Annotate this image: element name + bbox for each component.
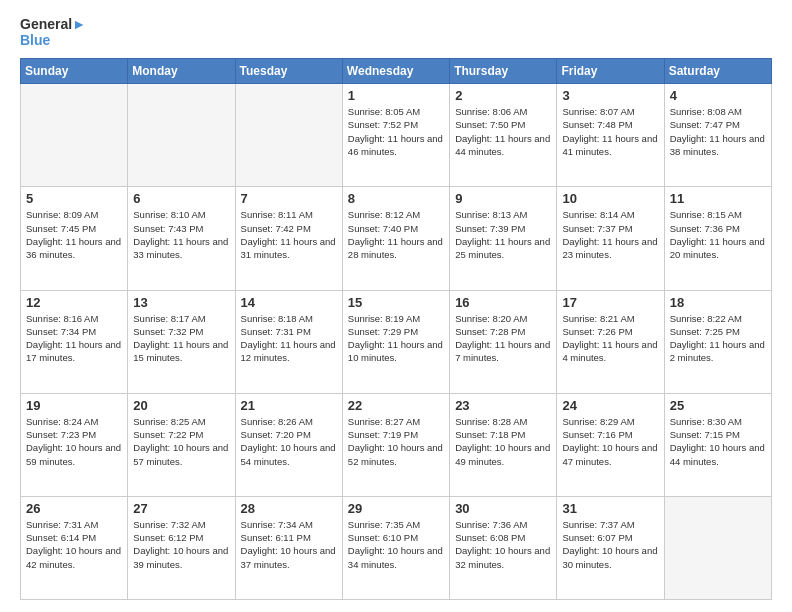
- calendar-cell: 13Sunrise: 8:17 AMSunset: 7:32 PMDayligh…: [128, 290, 235, 393]
- weekday-header: Tuesday: [235, 59, 342, 84]
- day-number: 13: [133, 295, 229, 310]
- day-number: 26: [26, 501, 122, 516]
- day-number: 6: [133, 191, 229, 206]
- day-info: Sunrise: 8:11 AMSunset: 7:42 PMDaylight:…: [241, 208, 337, 261]
- day-number: 27: [133, 501, 229, 516]
- weekday-header: Wednesday: [342, 59, 449, 84]
- day-info: Sunrise: 8:17 AMSunset: 7:32 PMDaylight:…: [133, 312, 229, 365]
- day-info: Sunrise: 8:30 AMSunset: 7:15 PMDaylight:…: [670, 415, 766, 468]
- day-info: Sunrise: 7:31 AMSunset: 6:14 PMDaylight:…: [26, 518, 122, 571]
- calendar-cell: 30Sunrise: 7:36 AMSunset: 6:08 PMDayligh…: [450, 496, 557, 599]
- weekday-header: Thursday: [450, 59, 557, 84]
- logo: General► Blue: [20, 16, 86, 48]
- day-info: Sunrise: 8:21 AMSunset: 7:26 PMDaylight:…: [562, 312, 658, 365]
- header: General► Blue: [20, 16, 772, 48]
- day-info: Sunrise: 8:15 AMSunset: 7:36 PMDaylight:…: [670, 208, 766, 261]
- day-info: Sunrise: 8:12 AMSunset: 7:40 PMDaylight:…: [348, 208, 444, 261]
- weekday-header: Sunday: [21, 59, 128, 84]
- day-number: 24: [562, 398, 658, 413]
- day-info: Sunrise: 8:26 AMSunset: 7:20 PMDaylight:…: [241, 415, 337, 468]
- day-number: 28: [241, 501, 337, 516]
- day-number: 19: [26, 398, 122, 413]
- day-number: 4: [670, 88, 766, 103]
- day-info: Sunrise: 8:09 AMSunset: 7:45 PMDaylight:…: [26, 208, 122, 261]
- calendar-cell: 18Sunrise: 8:22 AMSunset: 7:25 PMDayligh…: [664, 290, 771, 393]
- calendar-cell: 28Sunrise: 7:34 AMSunset: 6:11 PMDayligh…: [235, 496, 342, 599]
- day-info: Sunrise: 8:16 AMSunset: 7:34 PMDaylight:…: [26, 312, 122, 365]
- calendar-cell: 14Sunrise: 8:18 AMSunset: 7:31 PMDayligh…: [235, 290, 342, 393]
- day-info: Sunrise: 8:08 AMSunset: 7:47 PMDaylight:…: [670, 105, 766, 158]
- day-number: 31: [562, 501, 658, 516]
- day-info: Sunrise: 8:24 AMSunset: 7:23 PMDaylight:…: [26, 415, 122, 468]
- day-number: 7: [241, 191, 337, 206]
- day-info: Sunrise: 7:34 AMSunset: 6:11 PMDaylight:…: [241, 518, 337, 571]
- calendar-cell: 9Sunrise: 8:13 AMSunset: 7:39 PMDaylight…: [450, 187, 557, 290]
- day-info: Sunrise: 8:13 AMSunset: 7:39 PMDaylight:…: [455, 208, 551, 261]
- page: General► Blue SundayMondayTuesdayWednesd…: [0, 0, 792, 612]
- day-number: 1: [348, 88, 444, 103]
- day-info: Sunrise: 8:29 AMSunset: 7:16 PMDaylight:…: [562, 415, 658, 468]
- calendar-cell: [664, 496, 771, 599]
- day-number: 9: [455, 191, 551, 206]
- day-info: Sunrise: 8:06 AMSunset: 7:50 PMDaylight:…: [455, 105, 551, 158]
- calendar-cell: 23Sunrise: 8:28 AMSunset: 7:18 PMDayligh…: [450, 393, 557, 496]
- calendar-cell: 22Sunrise: 8:27 AMSunset: 7:19 PMDayligh…: [342, 393, 449, 496]
- day-info: Sunrise: 8:07 AMSunset: 7:48 PMDaylight:…: [562, 105, 658, 158]
- calendar-cell: 26Sunrise: 7:31 AMSunset: 6:14 PMDayligh…: [21, 496, 128, 599]
- day-info: Sunrise: 8:14 AMSunset: 7:37 PMDaylight:…: [562, 208, 658, 261]
- calendar-cell: 21Sunrise: 8:26 AMSunset: 7:20 PMDayligh…: [235, 393, 342, 496]
- calendar-cell: 6Sunrise: 8:10 AMSunset: 7:43 PMDaylight…: [128, 187, 235, 290]
- day-info: Sunrise: 7:36 AMSunset: 6:08 PMDaylight:…: [455, 518, 551, 571]
- calendar-cell: 11Sunrise: 8:15 AMSunset: 7:36 PMDayligh…: [664, 187, 771, 290]
- calendar-cell: 25Sunrise: 8:30 AMSunset: 7:15 PMDayligh…: [664, 393, 771, 496]
- calendar-cell: 1Sunrise: 8:05 AMSunset: 7:52 PMDaylight…: [342, 84, 449, 187]
- calendar-cell: 4Sunrise: 8:08 AMSunset: 7:47 PMDaylight…: [664, 84, 771, 187]
- weekday-header: Saturday: [664, 59, 771, 84]
- day-number: 18: [670, 295, 766, 310]
- calendar-cell: 8Sunrise: 8:12 AMSunset: 7:40 PMDaylight…: [342, 187, 449, 290]
- weekday-header: Friday: [557, 59, 664, 84]
- calendar-cell: [21, 84, 128, 187]
- day-number: 22: [348, 398, 444, 413]
- day-info: Sunrise: 7:32 AMSunset: 6:12 PMDaylight:…: [133, 518, 229, 571]
- day-number: 20: [133, 398, 229, 413]
- day-info: Sunrise: 8:20 AMSunset: 7:28 PMDaylight:…: [455, 312, 551, 365]
- day-number: 11: [670, 191, 766, 206]
- day-number: 8: [348, 191, 444, 206]
- calendar-cell: [128, 84, 235, 187]
- calendar-cell: 15Sunrise: 8:19 AMSunset: 7:29 PMDayligh…: [342, 290, 449, 393]
- day-info: Sunrise: 7:37 AMSunset: 6:07 PMDaylight:…: [562, 518, 658, 571]
- day-info: Sunrise: 8:27 AMSunset: 7:19 PMDaylight:…: [348, 415, 444, 468]
- calendar-cell: 17Sunrise: 8:21 AMSunset: 7:26 PMDayligh…: [557, 290, 664, 393]
- day-number: 17: [562, 295, 658, 310]
- calendar-cell: 27Sunrise: 7:32 AMSunset: 6:12 PMDayligh…: [128, 496, 235, 599]
- day-number: 21: [241, 398, 337, 413]
- calendar-cell: 5Sunrise: 8:09 AMSunset: 7:45 PMDaylight…: [21, 187, 128, 290]
- logo-text: General► Blue: [20, 16, 86, 48]
- calendar-cell: 3Sunrise: 8:07 AMSunset: 7:48 PMDaylight…: [557, 84, 664, 187]
- day-info: Sunrise: 8:19 AMSunset: 7:29 PMDaylight:…: [348, 312, 444, 365]
- day-info: Sunrise: 8:22 AMSunset: 7:25 PMDaylight:…: [670, 312, 766, 365]
- day-number: 29: [348, 501, 444, 516]
- day-number: 2: [455, 88, 551, 103]
- calendar-cell: [235, 84, 342, 187]
- calendar-cell: 24Sunrise: 8:29 AMSunset: 7:16 PMDayligh…: [557, 393, 664, 496]
- calendar-cell: 20Sunrise: 8:25 AMSunset: 7:22 PMDayligh…: [128, 393, 235, 496]
- day-info: Sunrise: 8:05 AMSunset: 7:52 PMDaylight:…: [348, 105, 444, 158]
- day-number: 23: [455, 398, 551, 413]
- day-number: 14: [241, 295, 337, 310]
- day-info: Sunrise: 8:18 AMSunset: 7:31 PMDaylight:…: [241, 312, 337, 365]
- calendar-table: SundayMondayTuesdayWednesdayThursdayFrid…: [20, 58, 772, 600]
- calendar-cell: 16Sunrise: 8:20 AMSunset: 7:28 PMDayligh…: [450, 290, 557, 393]
- day-number: 25: [670, 398, 766, 413]
- calendar-cell: 31Sunrise: 7:37 AMSunset: 6:07 PMDayligh…: [557, 496, 664, 599]
- day-number: 30: [455, 501, 551, 516]
- calendar-cell: 12Sunrise: 8:16 AMSunset: 7:34 PMDayligh…: [21, 290, 128, 393]
- day-number: 12: [26, 295, 122, 310]
- day-number: 16: [455, 295, 551, 310]
- calendar-cell: 2Sunrise: 8:06 AMSunset: 7:50 PMDaylight…: [450, 84, 557, 187]
- day-info: Sunrise: 7:35 AMSunset: 6:10 PMDaylight:…: [348, 518, 444, 571]
- calendar-cell: 29Sunrise: 7:35 AMSunset: 6:10 PMDayligh…: [342, 496, 449, 599]
- day-number: 5: [26, 191, 122, 206]
- weekday-header: Monday: [128, 59, 235, 84]
